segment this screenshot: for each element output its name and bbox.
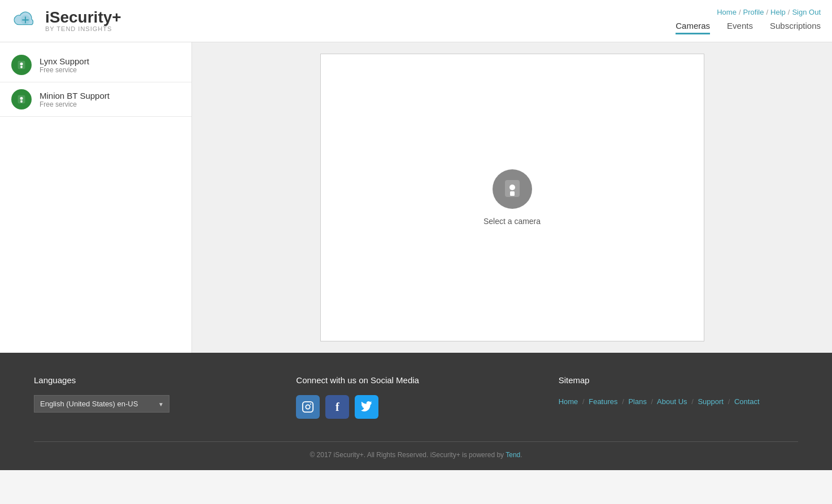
select-camera-text: Select a camera: [483, 217, 541, 226]
logo-icon: [11, 7, 40, 35]
sitemap-contact[interactable]: Contact: [734, 397, 760, 406]
logo-area: iSecurity+ BY TEND INSIGHTS: [11, 7, 121, 35]
copyright-text: © 2017 iSecurity+. All Rights Reserved. …: [310, 451, 504, 459]
content-area: Lynx Support Free service Minion BT Supp…: [0, 42, 832, 353]
main-panel: Select a camera: [192, 42, 832, 353]
sidebar: Lynx Support Free service Minion BT Supp…: [0, 42, 192, 353]
camera-placeholder-icon: [493, 169, 532, 209]
nav-events[interactable]: Events: [727, 21, 753, 34]
twitter-icon: [361, 401, 372, 413]
camera-name-lynx: Lynx Support: [40, 56, 89, 66]
svg-rect-12: [303, 402, 313, 412]
footer-bottom: © 2017 iSecurity+. All Rights Reserved. …: [34, 441, 798, 459]
sitemap-support[interactable]: Support: [698, 397, 724, 406]
sitemap-links: Home / Features / Plans / About Us / Sup…: [559, 395, 798, 408]
svg-rect-11: [510, 191, 515, 196]
camera-view-box: Select a camera: [320, 54, 704, 341]
languages-title: Languages: [34, 375, 273, 385]
twitter-link[interactable]: [355, 395, 378, 419]
svg-point-14: [310, 404, 311, 405]
languages-section: Languages English (United States) en-US: [34, 375, 273, 419]
logo-subtitle: BY TEND INSIGHTS: [45, 25, 121, 32]
camera-name-minion: Minion BT Support: [40, 91, 110, 100]
svg-point-7: [20, 97, 23, 100]
top-links: Home / Profile / Help / Sign Out: [717, 8, 821, 16]
top-right: Home / Profile / Help / Sign Out Cameras…: [676, 8, 821, 34]
sitemap-sep3: /: [651, 397, 654, 406]
nav-cameras[interactable]: Cameras: [676, 21, 710, 34]
instagram-icon: [302, 401, 314, 413]
footer-grid: Languages English (United States) en-US …: [34, 375, 798, 419]
svg-point-13: [306, 405, 310, 409]
tend-link[interactable]: Tend: [506, 451, 520, 459]
instagram-link[interactable]: [296, 395, 320, 419]
sep1: /: [739, 8, 741, 16]
logo-title: iSecurity+: [45, 10, 121, 25]
sitemap-sep5: /: [728, 397, 730, 406]
camera-icon-minion: [11, 89, 32, 109]
language-select[interactable]: English (United States) en-US: [34, 395, 169, 413]
sitemap-home[interactable]: Home: [559, 397, 578, 406]
sitemap-plans[interactable]: Plans: [628, 397, 647, 406]
social-section: Connect with us on Social Media f: [296, 375, 535, 419]
facebook-link[interactable]: f: [325, 395, 349, 419]
svg-point-10: [509, 185, 515, 190]
camera-item-minion[interactable]: Minion BT Support Free service: [0, 82, 191, 117]
nav-home-link[interactable]: Home: [717, 8, 737, 16]
sitemap-sep2: /: [622, 397, 624, 406]
nav-profile-link[interactable]: Profile: [743, 8, 764, 16]
sitemap-features[interactable]: Features: [589, 397, 617, 406]
copyright-end: .: [520, 451, 522, 459]
camera-service-minion: Free service: [40, 100, 110, 108]
logo-text: iSecurity+ BY TEND INSIGHTS: [45, 10, 121, 32]
footer: Languages English (United States) en-US …: [0, 353, 832, 470]
sitemap-section: Sitemap Home / Features / Plans / About …: [559, 375, 798, 419]
svg-rect-8: [20, 100, 22, 103]
nav-signout-link[interactable]: Sign Out: [792, 8, 821, 16]
camera-info-minion: Minion BT Support Free service: [40, 91, 110, 108]
sitemap-sep1: /: [582, 397, 585, 406]
nav-help-link[interactable]: Help: [770, 8, 786, 16]
language-select-wrapper: English (United States) en-US: [34, 395, 169, 413]
nav-subscriptions[interactable]: Subscriptions: [770, 21, 821, 34]
social-icons: f: [296, 395, 535, 419]
sep2: /: [766, 8, 768, 16]
camera-service-lynx: Free service: [40, 66, 89, 74]
svg-rect-5: [20, 66, 22, 68]
sitemap-about[interactable]: About Us: [657, 397, 687, 406]
social-title: Connect with us on Social Media: [296, 375, 535, 385]
camera-icon-lynx: [11, 55, 32, 75]
svg-point-4: [20, 63, 23, 65]
top-bar: iSecurity+ BY TEND INSIGHTS Home / Profi…: [0, 0, 832, 42]
sep3: /: [788, 8, 790, 16]
main-nav: Cameras Events Subscriptions: [676, 21, 821, 34]
facebook-icon: f: [336, 401, 339, 414]
sitemap-sep4: /: [691, 397, 694, 406]
camera-item-lynx[interactable]: Lynx Support Free service: [0, 48, 191, 82]
camera-info-lynx: Lynx Support Free service: [40, 56, 89, 74]
sitemap-title: Sitemap: [559, 375, 798, 385]
